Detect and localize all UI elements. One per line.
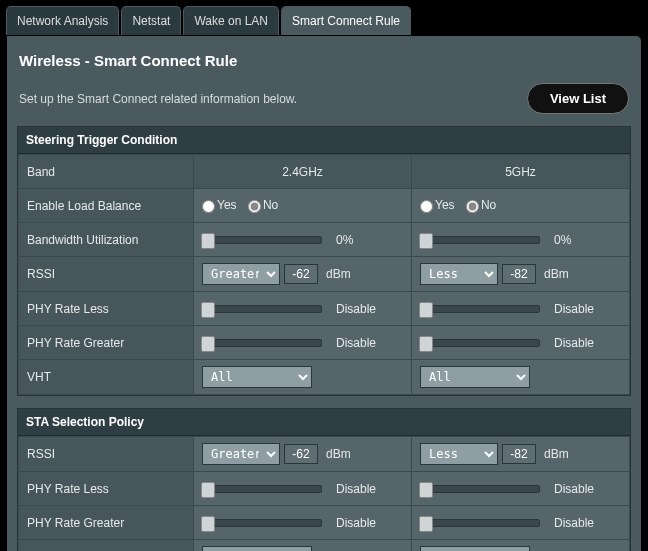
main-panel: Wireless - Smart Connect Rule Set up the… — [6, 35, 642, 551]
sta-vht-5-select[interactable]: All — [420, 546, 530, 551]
lb-24-yes[interactable] — [202, 200, 215, 213]
bw-util-5-value: 0% — [554, 233, 571, 247]
row-bandwidth-utilization: Bandwidth Utilization — [19, 223, 194, 257]
sta-rssi-5-value[interactable] — [502, 444, 536, 464]
phy-greater-24-slider[interactable] — [202, 339, 322, 347]
sta-phy-greater-5-value: Disable — [554, 516, 594, 530]
bw-util-24-slider[interactable] — [202, 236, 322, 244]
bw-util-5-slider[interactable] — [420, 236, 540, 244]
row-rssi: RSSI — [19, 257, 194, 292]
sta-phy-less-5-slider[interactable] — [420, 485, 540, 493]
sta-phy-greater-24-slider[interactable] — [202, 519, 322, 527]
section-header-sta: STA Selection Policy — [18, 409, 630, 436]
section-sta-selection: STA Selection Policy RSSI Greater dBm Le… — [17, 408, 631, 551]
lb-24-no[interactable] — [248, 200, 261, 213]
col-24ghz: 2.4GHz — [194, 155, 412, 189]
view-list-button[interactable]: View List — [527, 83, 629, 114]
row-phy-rate-greater: PHY Rate Greater — [19, 326, 194, 360]
phy-greater-5-value: Disable — [554, 336, 594, 350]
phy-less-24-slider[interactable] — [202, 305, 322, 313]
radio-no-label: No — [263, 198, 278, 212]
lb-5-no[interactable] — [466, 200, 479, 213]
row-phy-rate-less: PHY Rate Less — [19, 292, 194, 326]
rssi-unit: dBm — [326, 447, 351, 461]
vht-24-select[interactable]: All — [202, 366, 312, 388]
rssi-unit: dBm — [544, 447, 569, 461]
phy-less-5-slider[interactable] — [420, 305, 540, 313]
radio-yes-label: Yes — [217, 198, 237, 212]
tab-wake-on-lan[interactable]: Wake on LAN — [183, 6, 279, 35]
rssi-24-value[interactable] — [284, 264, 318, 284]
sta-rssi-5-op[interactable]: Less — [420, 443, 498, 465]
tab-smart-connect-rule[interactable]: Smart Connect Rule — [281, 6, 411, 35]
sta-phy-less-24-value: Disable — [336, 482, 376, 496]
bw-util-24-value: 0% — [336, 233, 353, 247]
phy-greater-24-value: Disable — [336, 336, 376, 350]
sta-rssi-24-op[interactable]: Greater — [202, 443, 280, 465]
sta-phy-less-5-value: Disable — [554, 482, 594, 496]
row-sta-rssi: RSSI — [19, 437, 194, 472]
tab-bar: Network Analysis Netstat Wake on LAN Sma… — [0, 0, 648, 35]
row-sta-phy-greater: PHY Rate Greater — [19, 506, 194, 540]
row-enable-load-balance: Enable Load Balance — [19, 189, 194, 223]
section-header-trigger: Steering Trigger Condition — [18, 127, 630, 154]
rssi-5-op[interactable]: Less — [420, 263, 498, 285]
radio-no-label: No — [481, 198, 496, 212]
rssi-unit: dBm — [326, 267, 351, 281]
phy-less-24-value: Disable — [336, 302, 376, 316]
sta-vht-24-select[interactable]: All — [202, 546, 312, 551]
phy-less-5-value: Disable — [554, 302, 594, 316]
sta-phy-greater-24-value: Disable — [336, 516, 376, 530]
page-title: Wireless - Smart Connect Rule — [17, 46, 631, 79]
rssi-5-value[interactable] — [502, 264, 536, 284]
row-sta-phy-less: PHY Rate Less — [19, 472, 194, 506]
sta-phy-less-24-slider[interactable] — [202, 485, 322, 493]
rssi-24-op[interactable]: Greater — [202, 263, 280, 285]
tab-network-analysis[interactable]: Network Analysis — [6, 6, 119, 35]
vht-5-select[interactable]: All — [420, 366, 530, 388]
page-subtitle: Set up the Smart Connect related informa… — [19, 92, 297, 106]
rssi-unit: dBm — [544, 267, 569, 281]
sta-phy-greater-5-slider[interactable] — [420, 519, 540, 527]
phy-greater-5-slider[interactable] — [420, 339, 540, 347]
lb-5-yes[interactable] — [420, 200, 433, 213]
radio-yes-label: Yes — [435, 198, 455, 212]
row-vht: VHT — [19, 360, 194, 395]
sta-rssi-24-value[interactable] — [284, 444, 318, 464]
row-sta-vht: VHT — [19, 540, 194, 552]
tab-netstat[interactable]: Netstat — [121, 6, 181, 35]
section-steering-trigger: Steering Trigger Condition Band 2.4GHz 5… — [17, 126, 631, 396]
col-5ghz: 5GHz — [412, 155, 630, 189]
col-band: Band — [19, 155, 194, 189]
